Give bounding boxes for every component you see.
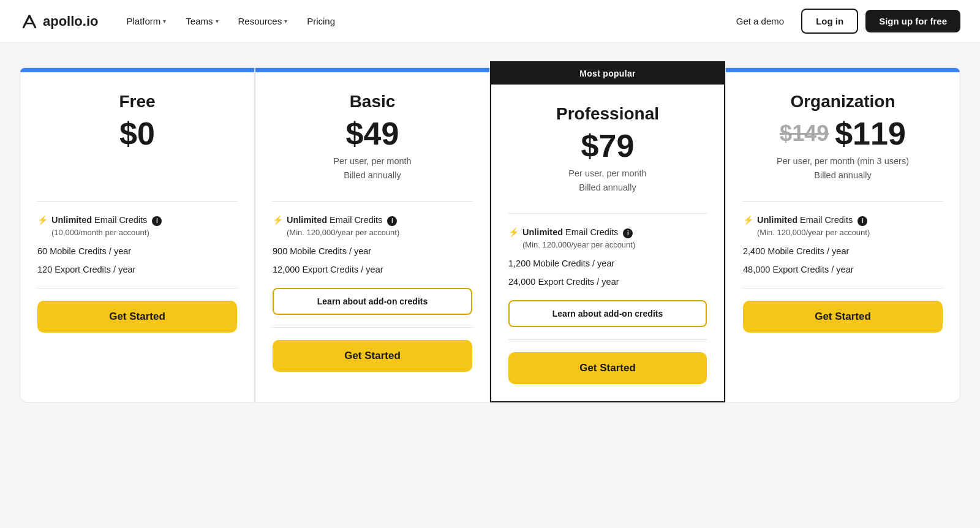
- feature-text-email-professional: Unlimited Email Credits i (Min. 120,000/…: [522, 226, 635, 251]
- feature-mobile-free: 60 Mobile Credits / year: [37, 245, 237, 257]
- plan-features-organization: ⚡ Unlimited Email Credits i (Min. 120,00…: [743, 214, 943, 276]
- nav-teams-label: Teams: [186, 16, 213, 26]
- plan-card-free: Free $0 ⚡ Unlimited Email Credits i (10,…: [20, 67, 255, 402]
- feature-sub-professional: (Min. 120,000/year per account): [522, 240, 635, 249]
- nav-item-platform[interactable]: Platform ▾: [118, 11, 175, 31]
- plan-divider-bottom-free: [37, 288, 237, 289]
- info-icon-professional[interactable]: i: [623, 228, 633, 238]
- get-started-professional-button[interactable]: Get Started: [508, 352, 707, 384]
- lightning-icon-professional: ⚡: [508, 227, 519, 239]
- chevron-down-icon: ▾: [216, 18, 219, 25]
- feature-export-free: 120 Export Credits / year: [37, 263, 237, 276]
- plans-grid: Free $0 ⚡ Unlimited Email Credits i (10,…: [20, 67, 960, 402]
- feature-email-free: ⚡ Unlimited Email Credits i (10,000/mont…: [37, 214, 237, 239]
- plan-divider-basic: [273, 201, 472, 202]
- plan-billing-professional: Per user, per monthBilled annually: [508, 167, 707, 196]
- feature-export-text-basic: 12,000 Export Credits / year: [273, 263, 383, 276]
- get-started-organization-button[interactable]: Get Started: [743, 301, 943, 333]
- plan-body-basic: Basic $49 Per user, per monthBilled annu…: [255, 72, 489, 389]
- plan-price-original-organization: $149: [780, 121, 829, 146]
- popular-badge: Most popular: [491, 62, 724, 85]
- nav-platform-label: Platform: [126, 16, 160, 26]
- lightning-icon-organization: ⚡: [743, 214, 753, 227]
- feature-export-organization: 48,000 Export Credits / year: [743, 263, 943, 276]
- get-started-free-button[interactable]: Get Started: [37, 301, 237, 333]
- pricing-section: Free $0 ⚡ Unlimited Email Credits i (10,…: [0, 43, 980, 439]
- info-icon-basic[interactable]: i: [387, 216, 397, 226]
- lightning-icon: ⚡: [37, 214, 48, 227]
- feature-mobile-text-professional: 1,200 Mobile Credits / year: [508, 257, 614, 270]
- plan-name-free: Free: [37, 92, 237, 111]
- plan-card-organization: Organization $149 $119 Per user, per mon…: [725, 67, 960, 402]
- plan-divider-professional: [508, 213, 707, 214]
- feature-export-basic: 12,000 Export Credits / year: [273, 263, 472, 276]
- plan-card-basic: Basic $49 Per user, per monthBilled annu…: [255, 67, 490, 402]
- plan-billing-basic: Per user, per monthBilled annually: [273, 154, 472, 184]
- addon-button-professional[interactable]: Learn about add-on credits: [508, 300, 707, 327]
- nav-resources-label: Resources: [238, 16, 282, 26]
- addon-button-basic[interactable]: Learn about add-on credits: [273, 288, 472, 315]
- feature-text-email-basic: Unlimited Email Credits i (Min. 120,000/…: [287, 214, 399, 239]
- feature-bold-free: Unlimited: [51, 215, 92, 225]
- plan-divider-bottom-professional: [508, 339, 707, 340]
- chevron-down-icon: ▾: [284, 18, 287, 25]
- plan-divider-free: [37, 201, 237, 202]
- plan-body-free: Free $0 ⚡ Unlimited Email Credits i (10,…: [20, 72, 254, 350]
- feature-mobile-text-basic: 900 Mobile Credits / year: [273, 245, 371, 257]
- plan-card-professional: Most popular Professional $79 Per user, …: [490, 61, 725, 402]
- signup-button[interactable]: Sign up for free: [865, 10, 960, 32]
- feature-mobile-text-organization: 2,400 Mobile Credits / year: [743, 245, 849, 257]
- info-icon-organization[interactable]: i: [858, 216, 867, 226]
- plan-features-free: ⚡ Unlimited Email Credits i (10,000/mont…: [37, 214, 237, 276]
- feature-mobile-text-free: 60 Mobile Credits / year: [37, 245, 131, 257]
- plan-price-professional: $79: [581, 130, 635, 162]
- feature-email-basic: ⚡ Unlimited Email Credits i (Min. 120,00…: [273, 214, 472, 239]
- logo-text: apollo.io: [43, 13, 98, 29]
- feature-bold-organization: Unlimited: [757, 215, 797, 225]
- navbar: apollo.io Platform ▾ Teams ▾ Resources ▾…: [0, 0, 980, 43]
- plan-top-bar: [20, 68, 254, 72]
- plan-price-row-free: $0: [37, 118, 237, 149]
- get-demo-button[interactable]: Get a demo: [726, 11, 794, 31]
- chevron-down-icon: ▾: [163, 18, 166, 25]
- login-button[interactable]: Log in: [801, 9, 858, 34]
- logo-icon: [20, 12, 39, 31]
- plan-top-bar-basic: [255, 68, 489, 72]
- feature-mobile-organization: 2,400 Mobile Credits / year: [743, 245, 943, 257]
- plan-name-professional: Professional: [508, 104, 707, 124]
- feature-bold-professional: Unlimited: [522, 227, 563, 237]
- logo[interactable]: apollo.io: [20, 12, 98, 31]
- nav-item-pricing[interactable]: Pricing: [298, 11, 344, 31]
- lightning-icon-basic: ⚡: [273, 214, 283, 227]
- feature-mobile-basic: 900 Mobile Credits / year: [273, 245, 472, 257]
- feature-export-text-professional: 24,000 Export Credits / year: [508, 276, 619, 288]
- plan-features-professional: ⚡ Unlimited Email Credits i (Min. 120,00…: [508, 226, 707, 288]
- feature-export-professional: 24,000 Export Credits / year: [508, 276, 707, 288]
- plan-divider-organization: [743, 201, 943, 202]
- plan-price-row-basic: $49: [273, 118, 472, 149]
- plan-billing-free: [37, 154, 237, 184]
- plan-name-organization: Organization: [743, 92, 943, 111]
- plan-body-professional: Professional $79 Per user, per monthBill…: [491, 85, 724, 401]
- plan-divider-bottom-basic: [273, 327, 472, 328]
- nav-item-resources[interactable]: Resources ▾: [230, 11, 296, 31]
- feature-email-professional: ⚡ Unlimited Email Credits i (Min. 120,00…: [508, 226, 707, 251]
- nav-item-teams[interactable]: Teams ▾: [177, 11, 227, 31]
- nav-pricing-label: Pricing: [307, 16, 335, 26]
- get-started-basic-button[interactable]: Get Started: [273, 340, 472, 372]
- feature-text-email-free: Unlimited Email Credits i (10,000/month …: [51, 214, 162, 239]
- navbar-actions: Get a demo Log in Sign up for free: [726, 9, 960, 34]
- plan-name-basic: Basic: [273, 92, 472, 111]
- plan-body-organization: Organization $149 $119 Per user, per mon…: [726, 72, 960, 350]
- feature-sub-basic: (Min. 120,000/year per account): [287, 228, 399, 237]
- info-icon-free[interactable]: i: [152, 216, 162, 226]
- plan-price-organization: $119: [835, 118, 906, 149]
- feature-text-email-organization: Unlimited Email Credits i (Min. 120,000/…: [757, 214, 870, 239]
- feature-mobile-professional: 1,200 Mobile Credits / year: [508, 257, 707, 270]
- plan-features-basic: ⚡ Unlimited Email Credits i (Min. 120,00…: [273, 214, 472, 276]
- navbar-nav: Platform ▾ Teams ▾ Resources ▾ Pricing: [118, 11, 726, 31]
- feature-bold-basic: Unlimited: [287, 215, 327, 225]
- plan-price-free: $0: [119, 118, 155, 149]
- feature-email-organization: ⚡ Unlimited Email Credits i (Min. 120,00…: [743, 214, 943, 239]
- plan-price-row-professional: $79: [508, 130, 707, 162]
